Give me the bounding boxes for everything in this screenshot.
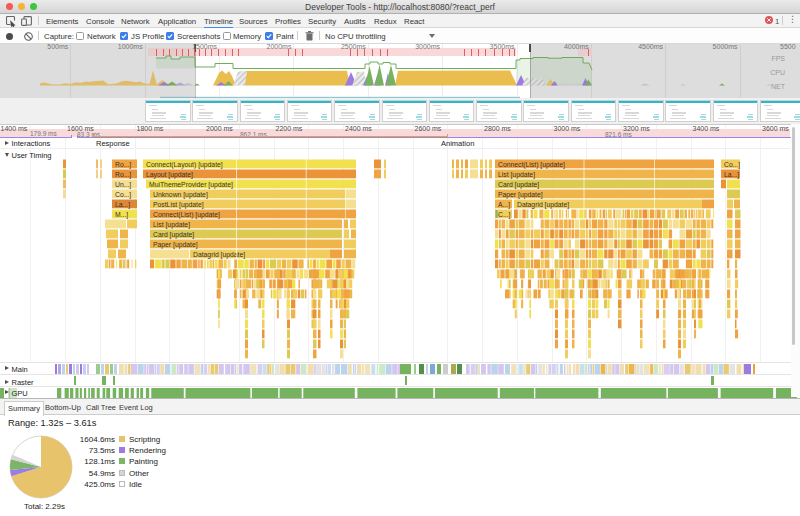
svg-text:Ro...]: Ro...] xyxy=(115,161,131,169)
svg-text:M...]: M...] xyxy=(115,211,128,219)
svg-text:Datagrid [update]: Datagrid [update] xyxy=(517,201,569,209)
svg-text:List [update]: List [update] xyxy=(153,221,190,229)
svg-text:Unknown [update]: Unknown [update] xyxy=(153,191,208,199)
svg-text:List [update]: List [update] xyxy=(498,171,535,179)
svg-text:PostList [update]: PostList [update] xyxy=(153,201,204,209)
svg-text:Ro...]: Ro...] xyxy=(115,171,131,179)
svg-text:Paper [update]: Paper [update] xyxy=(498,191,543,199)
svg-text:C...]: C...] xyxy=(498,211,511,219)
svg-text:Co...]: Co...] xyxy=(115,191,131,199)
svg-text:Un...]: Un...] xyxy=(115,181,131,189)
svg-text:Connect(List) [update]: Connect(List) [update] xyxy=(153,211,220,219)
svg-text:Card [update]: Card [update] xyxy=(498,181,539,189)
svg-text:Card [update]: Card [update] xyxy=(153,231,194,239)
svg-text:Connect(List) [update]: Connect(List) [update] xyxy=(498,161,565,169)
svg-text:Co...]: Co...] xyxy=(724,161,740,169)
svg-text:La...]: La...] xyxy=(115,201,130,209)
svg-text:A...]: A...] xyxy=(498,201,510,209)
svg-text:Datagrid [update]: Datagrid [update] xyxy=(193,251,245,259)
svg-text:Paper [update]: Paper [update] xyxy=(153,241,198,249)
svg-text:Layout [update]: Layout [update] xyxy=(146,171,193,179)
svg-text:Connect(Layout) [update]: Connect(Layout) [update] xyxy=(146,161,223,169)
svg-text:La...]: La...] xyxy=(724,171,739,179)
svg-text:MuiThemeProvider [update]: MuiThemeProvider [update] xyxy=(149,181,233,189)
